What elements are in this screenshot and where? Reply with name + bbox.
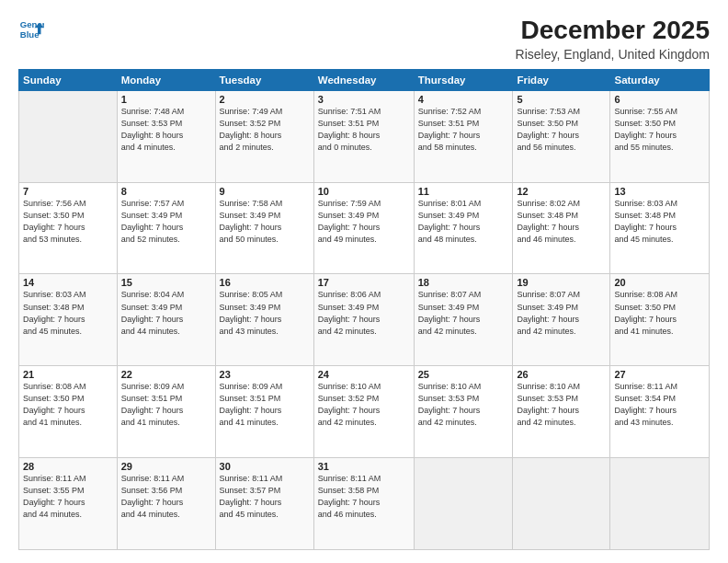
day-info: Sunrise: 8:11 AMSunset: 3:57 PMDaylight:… — [220, 473, 310, 521]
day-number: 23 — [220, 369, 310, 380]
day-info: Sunrise: 8:11 AMSunset: 3:55 PMDaylight:… — [23, 473, 113, 521]
calendar-week-row: 1Sunrise: 7:48 AMSunset: 3:53 PMDaylight… — [19, 90, 710, 182]
day-number: 16 — [220, 277, 310, 288]
calendar-cell: 28Sunrise: 8:11 AMSunset: 3:55 PMDayligh… — [19, 458, 118, 550]
day-info: Sunrise: 8:06 AMSunset: 3:49 PMDaylight:… — [318, 289, 410, 337]
day-info: Sunrise: 7:56 AMSunset: 3:50 PMDaylight:… — [23, 198, 113, 246]
calendar-header-row: SundayMondayTuesdayWednesdayThursdayFrid… — [19, 69, 710, 90]
page-title: December 2025 — [516, 17, 710, 45]
day-number: 26 — [517, 369, 606, 380]
day-number: 13 — [614, 186, 705, 197]
day-info: Sunrise: 8:10 AMSunset: 3:52 PMDaylight:… — [318, 381, 410, 429]
calendar-cell: 10Sunrise: 7:59 AMSunset: 3:49 PMDayligh… — [313, 182, 414, 274]
calendar-cell: 26Sunrise: 8:10 AMSunset: 3:53 PMDayligh… — [513, 366, 610, 458]
calendar-cell: 3Sunrise: 7:51 AMSunset: 3:51 PMDaylight… — [313, 90, 414, 182]
calendar-cell: 17Sunrise: 8:06 AMSunset: 3:49 PMDayligh… — [313, 274, 414, 366]
calendar-cell: 13Sunrise: 8:03 AMSunset: 3:48 PMDayligh… — [610, 182, 710, 274]
calendar-week-row: 28Sunrise: 8:11 AMSunset: 3:55 PMDayligh… — [19, 458, 710, 550]
calendar-cell: 6Sunrise: 7:55 AMSunset: 3:50 PMDaylight… — [610, 90, 710, 182]
calendar-cell: 31Sunrise: 8:11 AMSunset: 3:58 PMDayligh… — [313, 458, 414, 550]
calendar-week-row: 7Sunrise: 7:56 AMSunset: 3:50 PMDaylight… — [19, 182, 710, 274]
day-info: Sunrise: 8:09 AMSunset: 3:51 PMDaylight:… — [121, 381, 211, 429]
day-number: 9 — [220, 186, 310, 197]
day-number: 3 — [318, 94, 410, 105]
day-info: Sunrise: 7:52 AMSunset: 3:51 PMDaylight:… — [418, 106, 509, 154]
calendar-cell: 20Sunrise: 8:08 AMSunset: 3:50 PMDayligh… — [610, 274, 710, 366]
day-number: 2 — [220, 94, 310, 105]
day-number: 10 — [318, 186, 410, 197]
day-number: 27 — [614, 369, 705, 380]
day-number: 18 — [418, 277, 509, 288]
calendar-cell — [19, 90, 118, 182]
day-number: 22 — [121, 369, 211, 380]
day-info: Sunrise: 8:11 AMSunset: 3:54 PMDaylight:… — [614, 381, 705, 429]
day-info: Sunrise: 8:10 AMSunset: 3:53 PMDaylight:… — [418, 381, 509, 429]
day-info: Sunrise: 8:10 AMSunset: 3:53 PMDaylight:… — [517, 381, 606, 429]
day-info: Sunrise: 7:49 AMSunset: 3:52 PMDaylight:… — [220, 106, 310, 154]
calendar-day-header: Thursday — [414, 69, 513, 90]
calendar-cell: 8Sunrise: 7:57 AMSunset: 3:49 PMDaylight… — [117, 182, 215, 274]
page: General Blue December 2025 Riseley, Engl… — [0, 0, 728, 563]
calendar-cell: 24Sunrise: 8:10 AMSunset: 3:52 PMDayligh… — [313, 366, 414, 458]
day-info: Sunrise: 8:11 AMSunset: 3:58 PMDaylight:… — [318, 473, 410, 521]
day-info: Sunrise: 7:59 AMSunset: 3:49 PMDaylight:… — [318, 198, 410, 246]
day-info: Sunrise: 8:08 AMSunset: 3:50 PMDaylight:… — [614, 289, 705, 337]
day-info: Sunrise: 8:02 AMSunset: 3:48 PMDaylight:… — [517, 198, 606, 246]
day-info: Sunrise: 8:09 AMSunset: 3:51 PMDaylight:… — [220, 381, 310, 429]
calendar-day-header: Friday — [513, 69, 610, 90]
day-info: Sunrise: 8:03 AMSunset: 3:48 PMDaylight:… — [614, 198, 705, 246]
day-number: 31 — [318, 461, 410, 472]
calendar-cell: 27Sunrise: 8:11 AMSunset: 3:54 PMDayligh… — [610, 366, 710, 458]
header: General Blue December 2025 Riseley, Engl… — [18, 17, 710, 62]
day-number: 28 — [23, 461, 113, 472]
logo-icon: General Blue — [18, 17, 44, 42]
day-info: Sunrise: 8:11 AMSunset: 3:56 PMDaylight:… — [121, 473, 211, 521]
title-block: December 2025 Riseley, England, United K… — [516, 17, 710, 62]
calendar-cell: 9Sunrise: 7:58 AMSunset: 3:49 PMDaylight… — [215, 182, 313, 274]
day-number: 29 — [121, 461, 211, 472]
logo: General Blue — [18, 17, 44, 42]
day-info: Sunrise: 8:07 AMSunset: 3:49 PMDaylight:… — [517, 289, 606, 337]
day-info: Sunrise: 7:51 AMSunset: 3:51 PMDaylight:… — [318, 106, 410, 154]
calendar-table: SundayMondayTuesdayWednesdayThursdayFrid… — [18, 69, 710, 550]
calendar-cell: 18Sunrise: 8:07 AMSunset: 3:49 PMDayligh… — [414, 274, 513, 366]
calendar-cell: 1Sunrise: 7:48 AMSunset: 3:53 PMDaylight… — [117, 90, 215, 182]
day-info: Sunrise: 8:05 AMSunset: 3:49 PMDaylight:… — [220, 289, 310, 337]
day-info: Sunrise: 7:48 AMSunset: 3:53 PMDaylight:… — [121, 106, 211, 154]
day-number: 4 — [418, 94, 509, 105]
calendar-cell: 4Sunrise: 7:52 AMSunset: 3:51 PMDaylight… — [414, 90, 513, 182]
calendar-cell: 16Sunrise: 8:05 AMSunset: 3:49 PMDayligh… — [215, 274, 313, 366]
page-subtitle: Riseley, England, United Kingdom — [516, 47, 710, 62]
day-number: 6 — [614, 94, 705, 105]
calendar-day-header: Wednesday — [313, 69, 414, 90]
day-info: Sunrise: 7:55 AMSunset: 3:50 PMDaylight:… — [614, 106, 705, 154]
day-number: 7 — [23, 186, 113, 197]
day-info: Sunrise: 8:04 AMSunset: 3:49 PMDaylight:… — [121, 289, 211, 337]
day-number: 5 — [517, 94, 606, 105]
calendar-cell: 22Sunrise: 8:09 AMSunset: 3:51 PMDayligh… — [117, 366, 215, 458]
day-number: 25 — [418, 369, 509, 380]
day-number: 17 — [318, 277, 410, 288]
calendar-week-row: 14Sunrise: 8:03 AMSunset: 3:48 PMDayligh… — [19, 274, 710, 366]
day-info: Sunrise: 8:03 AMSunset: 3:48 PMDaylight:… — [23, 289, 113, 337]
day-number: 12 — [517, 186, 606, 197]
calendar-cell: 14Sunrise: 8:03 AMSunset: 3:48 PMDayligh… — [19, 274, 118, 366]
calendar-cell: 12Sunrise: 8:02 AMSunset: 3:48 PMDayligh… — [513, 182, 610, 274]
day-number: 19 — [517, 277, 606, 288]
calendar-cell: 25Sunrise: 8:10 AMSunset: 3:53 PMDayligh… — [414, 366, 513, 458]
calendar-week-row: 21Sunrise: 8:08 AMSunset: 3:50 PMDayligh… — [19, 366, 710, 458]
day-number: 30 — [220, 461, 310, 472]
day-info: Sunrise: 7:58 AMSunset: 3:49 PMDaylight:… — [220, 198, 310, 246]
calendar-cell: 19Sunrise: 8:07 AMSunset: 3:49 PMDayligh… — [513, 274, 610, 366]
calendar-cell: 29Sunrise: 8:11 AMSunset: 3:56 PMDayligh… — [117, 458, 215, 550]
day-info: Sunrise: 8:01 AMSunset: 3:49 PMDaylight:… — [418, 198, 509, 246]
calendar-cell: 7Sunrise: 7:56 AMSunset: 3:50 PMDaylight… — [19, 182, 118, 274]
day-number: 20 — [614, 277, 705, 288]
calendar-day-header: Tuesday — [215, 69, 313, 90]
calendar-cell: 30Sunrise: 8:11 AMSunset: 3:57 PMDayligh… — [215, 458, 313, 550]
calendar-cell — [610, 458, 710, 550]
day-number: 8 — [121, 186, 211, 197]
day-number: 21 — [23, 369, 113, 380]
day-info: Sunrise: 7:57 AMSunset: 3:49 PMDaylight:… — [121, 198, 211, 246]
day-number: 1 — [121, 94, 211, 105]
